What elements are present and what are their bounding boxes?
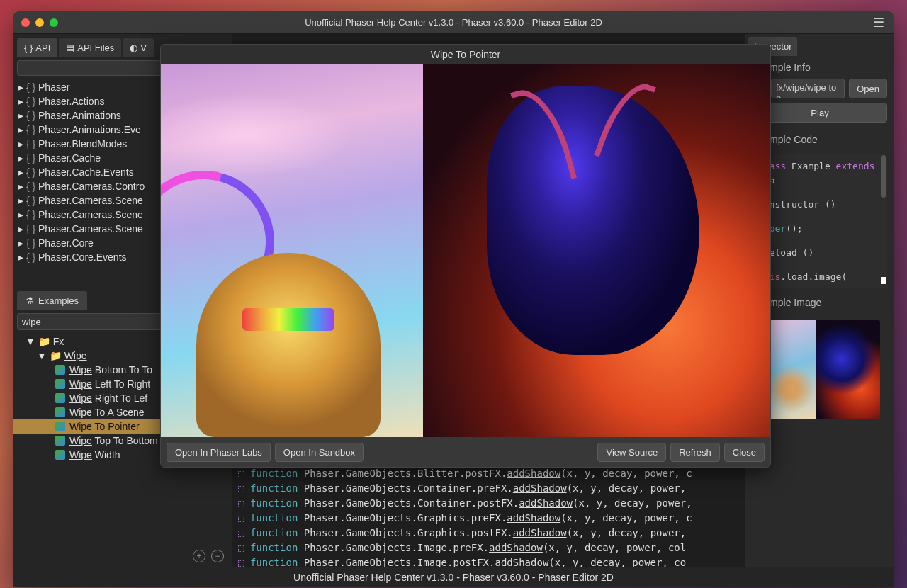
tab-partial[interactable]: ◐ V [123,38,154,57]
open-button[interactable]: Open [849,79,887,98]
path-field[interactable]: fx/wipe/wipe to p [771,79,845,98]
titlebar: Unofficial Phaser Help Center v1.3.0 - P… [13,11,894,34]
preview-dialog: Wipe To Pointer Open In Phaser Labs Open… [160,44,771,468]
window-title: Unofficial Phaser Help Center v1.3.0 - P… [13,17,894,28]
open-phaser-labs-button[interactable]: Open In Phaser Labs [167,443,271,462]
close-button[interactable]: Close [724,443,765,462]
collapse-all-button[interactable]: − [211,550,224,562]
code-scrollbar[interactable] [881,155,886,198]
view-source-button[interactable]: View Source [597,443,666,462]
tab-examples[interactable]: Examples [17,291,87,310]
preview-canvas[interactable] [161,64,770,437]
expand-all-button[interactable]: + [193,550,205,562]
code-line[interactable]: ⬚ function Phaser.GameObjects.Image.preF… [235,541,745,555]
example-image-title: Example Image [753,297,887,308]
code-line[interactable]: ⬚ function Phaser.GameObjects.Container.… [235,481,745,496]
example-thumbnail [753,320,880,419]
code-line[interactable]: ⬚ function Phaser.GameObjects.Container.… [235,496,745,511]
open-sandbox-button[interactable]: Open In Sandbox [275,443,364,462]
code-line[interactable]: ⬚ function Phaser.GameObjects.Graphics.p… [235,511,745,526]
code-line[interactable]: ⬚ function Phaser.GameObjects.Image.post… [235,555,745,567]
code-line[interactable]: ⬚ function Phaser.GameObjects.Graphics.p… [235,526,745,541]
code-line[interactable]: ⬚ function Phaser.GameObjects.Blitter.po… [235,466,745,481]
example-info-title: Example Info [753,62,887,73]
refresh-button[interactable]: Refresh [670,443,720,462]
code-listing: ⬚ function Phaser.GameObjects.Blitter.po… [235,466,745,567]
tab-api-files[interactable]: ▤ API Files [59,38,121,57]
dialog-title: Wipe To Pointer [161,45,770,64]
hamburger-menu-icon[interactable]: ☰ [873,15,884,30]
example-code-title: Example Code [753,134,887,145]
play-button[interactable]: Play [753,103,887,123]
status-bar: Unofficial Phaser Help Center v1.3.0 - P… [13,567,894,587]
flask-icon [26,295,34,306]
tab-api[interactable]: { } API [17,38,57,57]
example-code-preview[interactable]: class Example extends Pha constructor ()… [753,154,887,288]
